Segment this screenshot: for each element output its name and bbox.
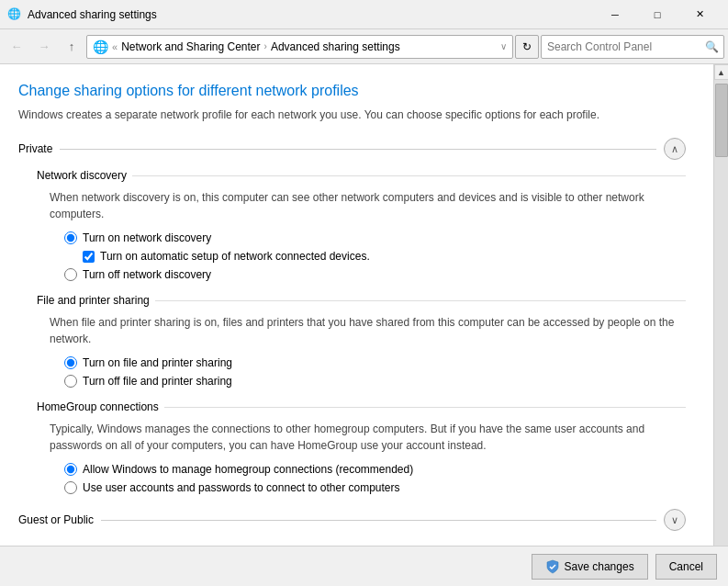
title-bar: 🌐 Advanced sharing settings ─ □ ✕ bbox=[0, 0, 728, 29]
main-wrapper: Change sharing options for different net… bbox=[0, 64, 728, 586]
network-discovery-header: Network discovery bbox=[37, 169, 686, 182]
hg-user-label: Use user accounts and passwords to conne… bbox=[83, 481, 400, 494]
title-bar-text: Advanced sharing settings bbox=[28, 8, 594, 21]
guest-public-section: Guest or Public ∨ bbox=[18, 509, 686, 531]
hg-user-radio[interactable] bbox=[64, 481, 77, 494]
address-field[interactable]: 🌐 « Network and Sharing Center › Advance… bbox=[86, 35, 513, 59]
private-section-toggle[interactable]: ∧ bbox=[664, 138, 686, 160]
hg-windows-radio[interactable] bbox=[64, 463, 77, 476]
fs-on-label: Turn on file and printer sharing bbox=[83, 356, 232, 369]
guest-public-line bbox=[101, 520, 656, 521]
search-button[interactable]: 🔍 bbox=[700, 36, 723, 58]
search-input[interactable] bbox=[542, 36, 700, 58]
network-discovery-desc: When network discovery is on, this compu… bbox=[50, 189, 686, 222]
cancel-button[interactable]: Cancel bbox=[655, 554, 717, 580]
homegroup-options: Allow Windows to manage homegroup connec… bbox=[64, 463, 686, 494]
fs-off-option[interactable]: Turn off file and printer sharing bbox=[64, 375, 686, 388]
nd-auto-setup-checkbox[interactable] bbox=[83, 251, 95, 263]
close-button[interactable]: ✕ bbox=[678, 0, 721, 29]
scroll-track[interactable] bbox=[714, 80, 728, 570]
address-dropdown-icon: ∨ bbox=[500, 41, 507, 51]
address-separator: « bbox=[112, 41, 118, 52]
fs-on-option[interactable]: Turn on file and printer sharing bbox=[64, 356, 686, 369]
nd-off-label: Turn off network discovery bbox=[83, 268, 211, 281]
fs-off-radio[interactable] bbox=[64, 375, 77, 388]
breadcrumb-network[interactable]: Network and Sharing Center bbox=[121, 40, 260, 53]
guest-public-title: Guest or Public bbox=[18, 513, 94, 526]
minimize-button[interactable]: ─ bbox=[594, 0, 636, 29]
page-title: Change sharing options for different net… bbox=[18, 83, 686, 99]
scroll-thumb[interactable] bbox=[715, 84, 728, 157]
network-discovery-line bbox=[132, 175, 686, 176]
hg-windows-option[interactable]: Allow Windows to manage homegroup connec… bbox=[64, 463, 686, 476]
nd-auto-setup[interactable]: Turn on automatic setup of network conne… bbox=[83, 250, 686, 263]
homegroup-header: HomeGroup connections bbox=[37, 400, 686, 413]
refresh-button[interactable]: ↻ bbox=[515, 35, 539, 59]
nd-off-option[interactable]: Turn off network discovery bbox=[64, 268, 686, 281]
title-bar-icon: 🌐 bbox=[7, 7, 22, 22]
page-subtitle: Windows creates a separate network profi… bbox=[18, 107, 686, 123]
homegroup-subsection: HomeGroup connections Typically, Windows… bbox=[37, 400, 686, 494]
file-sharing-subsection: File and printer sharing When file and p… bbox=[37, 294, 686, 388]
homegroup-desc: Typically, Windows manages the connectio… bbox=[50, 421, 686, 454]
file-sharing-line bbox=[155, 300, 686, 301]
up-button[interactable]: ↑ bbox=[59, 35, 84, 59]
nd-on-radio[interactable] bbox=[64, 231, 77, 244]
private-section-title: Private bbox=[18, 142, 52, 155]
search-box[interactable]: 🔍 bbox=[541, 35, 724, 59]
hg-windows-label: Allow Windows to manage homegroup connec… bbox=[83, 463, 413, 476]
scrollbar[interactable]: ▲ ▼ bbox=[713, 64, 728, 586]
network-icon: 🌐 bbox=[93, 39, 108, 54]
guest-public-toggle[interactable]: ∨ bbox=[664, 509, 686, 531]
file-sharing-options: Turn on file and printer sharing Turn of… bbox=[64, 356, 686, 388]
shield-icon bbox=[545, 559, 560, 574]
title-bar-controls: ─ □ ✕ bbox=[594, 0, 721, 29]
fs-off-label: Turn off file and printer sharing bbox=[83, 375, 232, 388]
nd-on-option[interactable]: Turn on network discovery bbox=[64, 231, 686, 244]
network-discovery-title: Network discovery bbox=[37, 169, 127, 182]
breadcrumb-current[interactable]: Advanced sharing settings bbox=[271, 40, 400, 53]
network-discovery-subsection: Network discovery When network discovery… bbox=[37, 169, 686, 281]
homegroup-line bbox=[164, 407, 686, 408]
private-section: Private ∧ Network discovery When network… bbox=[18, 138, 686, 494]
guest-public-header[interactable]: Guest or Public ∨ bbox=[18, 509, 686, 531]
back-button[interactable]: ← bbox=[4, 35, 29, 59]
private-section-header[interactable]: Private ∧ bbox=[18, 138, 686, 160]
breadcrumb-arrow: › bbox=[264, 41, 267, 51]
scroll-up-arrow[interactable]: ▲ bbox=[714, 64, 729, 80]
content-area: Change sharing options for different net… bbox=[0, 64, 713, 586]
nd-auto-setup-label: Turn on automatic setup of network conne… bbox=[100, 250, 370, 263]
forward-button[interactable]: → bbox=[31, 35, 57, 59]
network-discovery-options: Turn on network discovery Turn on automa… bbox=[64, 231, 686, 281]
maximize-button[interactable]: □ bbox=[636, 0, 678, 29]
save-button[interactable]: Save changes bbox=[532, 554, 648, 580]
nd-on-label: Turn on network discovery bbox=[83, 231, 211, 244]
save-label: Save changes bbox=[565, 560, 634, 573]
footer: Save changes Cancel bbox=[0, 546, 728, 586]
address-bar: ← → ↑ 🌐 « Network and Sharing Center › A… bbox=[0, 29, 728, 64]
file-sharing-header: File and printer sharing bbox=[37, 294, 686, 307]
file-sharing-title: File and printer sharing bbox=[37, 294, 150, 307]
file-sharing-desc: When file and printer sharing is on, fil… bbox=[50, 314, 686, 347]
hg-user-option[interactable]: Use user accounts and passwords to conne… bbox=[64, 481, 686, 494]
nd-off-radio[interactable] bbox=[64, 268, 77, 281]
homegroup-title: HomeGroup connections bbox=[37, 400, 159, 413]
section-divider bbox=[60, 149, 656, 150]
fs-on-radio[interactable] bbox=[64, 356, 77, 369]
